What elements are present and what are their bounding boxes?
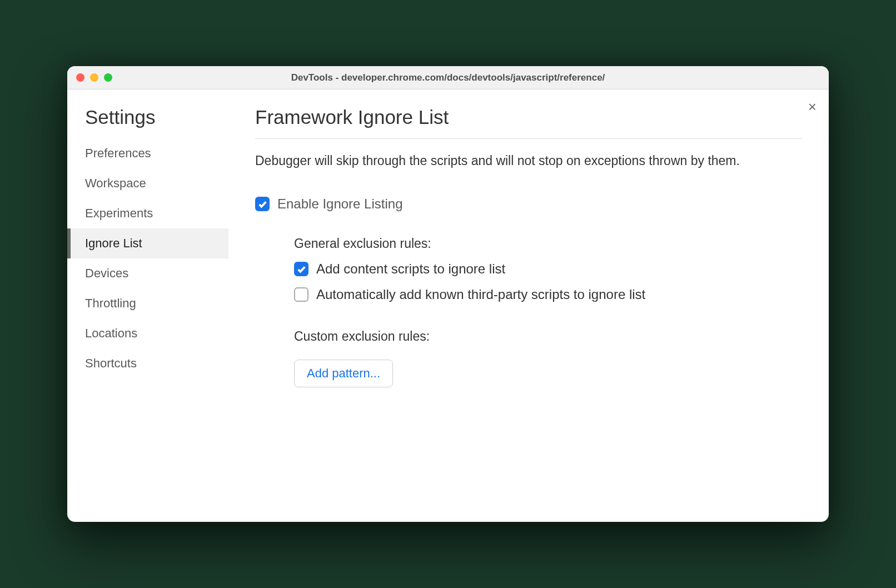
sidebar-item-ignore-list[interactable]: Ignore List — [67, 228, 228, 258]
content-scripts-label: Add content scripts to ignore list — [316, 261, 505, 277]
close-window-button[interactable] — [76, 73, 84, 82]
check-icon — [297, 265, 306, 274]
sidebar-item-experiments[interactable]: Experiments — [67, 198, 228, 228]
enable-ignore-listing-row: Enable Ignore Listing — [255, 196, 802, 212]
window-title: DevTools - developer.chrome.com/docs/dev… — [67, 72, 829, 83]
sidebar-item-preferences[interactable]: Preferences — [67, 138, 228, 168]
devtools-window: DevTools - developer.chrome.com/docs/dev… — [67, 66, 829, 522]
maximize-window-button[interactable] — [104, 73, 112, 82]
minimize-window-button[interactable] — [90, 73, 98, 82]
sidebar-item-workspace[interactable]: Workspace — [67, 168, 228, 198]
general-exclusion-title: General exclusion rules: — [294, 236, 802, 251]
add-pattern-button[interactable]: Add pattern... — [294, 360, 393, 387]
sidebar-item-devices[interactable]: Devices — [67, 258, 228, 288]
page-description: Debugger will skip through the scripts a… — [255, 152, 802, 170]
sidebar-item-shortcuts[interactable]: Shortcuts — [67, 348, 228, 378]
content-area: × Settings Preferences Workspace Experim… — [67, 89, 829, 522]
third-party-scripts-row: Automatically add known third-party scri… — [294, 287, 802, 302]
settings-sidebar: Settings Preferences Workspace Experimen… — [67, 89, 228, 522]
titlebar: DevTools - developer.chrome.com/docs/dev… — [67, 66, 829, 89]
sidebar-item-locations[interactable]: Locations — [67, 318, 228, 348]
close-icon[interactable]: × — [808, 99, 817, 114]
enable-ignore-listing-label: Enable Ignore Listing — [277, 196, 403, 212]
general-exclusion-section: General exclusion rules: Add content scr… — [294, 236, 802, 387]
page-title: Framework Ignore List — [255, 106, 802, 139]
content-scripts-row: Add content scripts to ignore list — [294, 261, 802, 277]
custom-exclusion-title: Custom exclusion rules: — [294, 329, 802, 344]
traffic-lights — [76, 73, 112, 82]
main-panel: Framework Ignore List Debugger will skip… — [228, 89, 829, 522]
sidebar-item-throttling[interactable]: Throttling — [67, 288, 228, 318]
sidebar-title: Settings — [67, 106, 228, 138]
third-party-scripts-label: Automatically add known third-party scri… — [316, 287, 645, 302]
check-icon — [258, 200, 267, 209]
third-party-scripts-checkbox[interactable] — [294, 287, 308, 302]
enable-ignore-listing-checkbox[interactable] — [255, 197, 270, 211]
content-scripts-checkbox[interactable] — [294, 262, 308, 276]
